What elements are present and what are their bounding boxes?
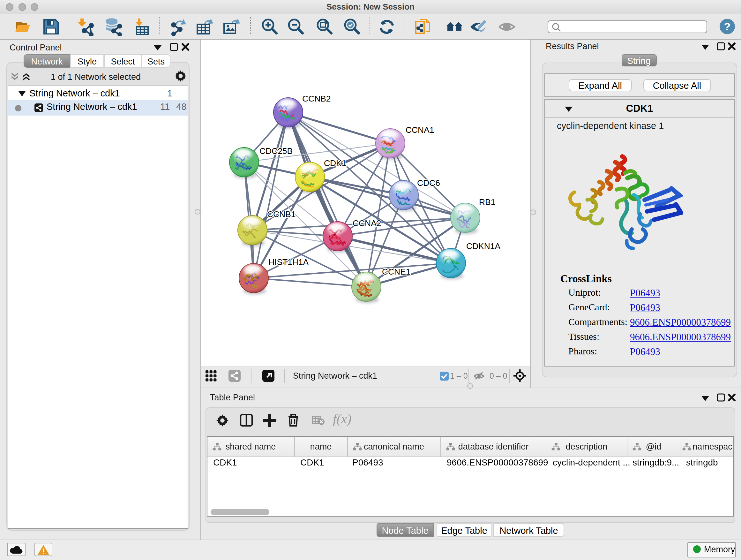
svg-text:CDK1: CDK1	[324, 159, 346, 168]
svg-text:CCNA2: CCNA2	[353, 219, 381, 228]
svg-text:?: ?	[724, 20, 731, 33]
svg-text:CDC25B: CDC25B	[259, 146, 293, 156]
svg-text:RB1: RB1	[479, 197, 495, 207]
svg-text:HIST1H1A: HIST1H1A	[268, 257, 309, 267]
svg-text:CCNB2: CCNB2	[302, 94, 331, 104]
svg-text:CCNB1: CCNB1	[267, 209, 295, 219]
svg-text:CDC6: CDC6	[417, 178, 440, 188]
svg-text:CDKN1A: CDKN1A	[466, 241, 500, 251]
svg-text:CCNE1: CCNE1	[382, 267, 410, 276]
svg-text:CCNA1: CCNA1	[406, 125, 434, 135]
